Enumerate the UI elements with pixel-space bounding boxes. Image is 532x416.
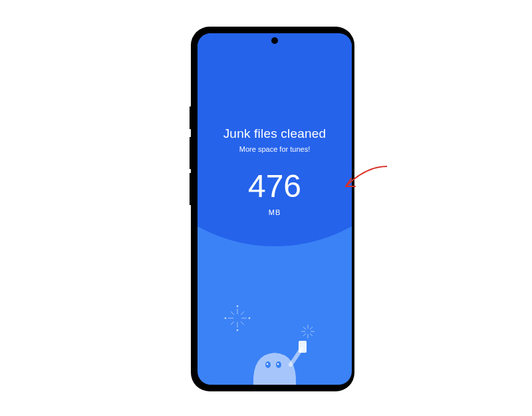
cleaned-unit: MB — [198, 208, 352, 216]
svg-line-5 — [241, 321, 244, 325]
cleaned-subtitle: More space for tunes! — [198, 145, 352, 153]
volume-down-button — [190, 173, 191, 205]
phone-frame: Junk files cleaned More space for tunes!… — [191, 27, 354, 391]
svg-line-7 — [241, 312, 244, 315]
svg-point-23 — [277, 363, 279, 365]
mascot-icon — [253, 341, 307, 385]
svg-rect-24 — [299, 341, 307, 353]
svg-line-17 — [310, 333, 313, 336]
firework-icon — [301, 325, 315, 338]
result-content: Junk files cleaned More space for tunes!… — [198, 33, 352, 216]
svg-line-6 — [231, 321, 234, 325]
celebration-svg — [198, 292, 352, 385]
svg-point-8 — [237, 306, 238, 307]
celebration-illustration — [198, 292, 352, 385]
svg-point-21 — [276, 361, 281, 368]
phone-screen: Junk files cleaned More space for tunes!… — [198, 33, 352, 385]
svg-line-16 — [303, 327, 306, 329]
svg-point-10 — [225, 317, 226, 319]
firework-icon — [225, 306, 250, 331]
volume-up-button — [190, 137, 191, 169]
annotation-arrow-icon — [332, 160, 392, 200]
side-button — [190, 106, 191, 129]
svg-point-20 — [265, 361, 271, 368]
cleaned-title: Junk files cleaned — [198, 126, 352, 141]
svg-line-19 — [310, 327, 313, 329]
svg-line-18 — [303, 333, 306, 336]
camera-notch — [271, 37, 278, 44]
svg-line-4 — [231, 312, 234, 315]
cleaned-amount: 476 — [198, 168, 352, 204]
svg-point-9 — [237, 329, 238, 331]
svg-point-22 — [267, 363, 268, 365]
svg-point-11 — [249, 317, 250, 319]
